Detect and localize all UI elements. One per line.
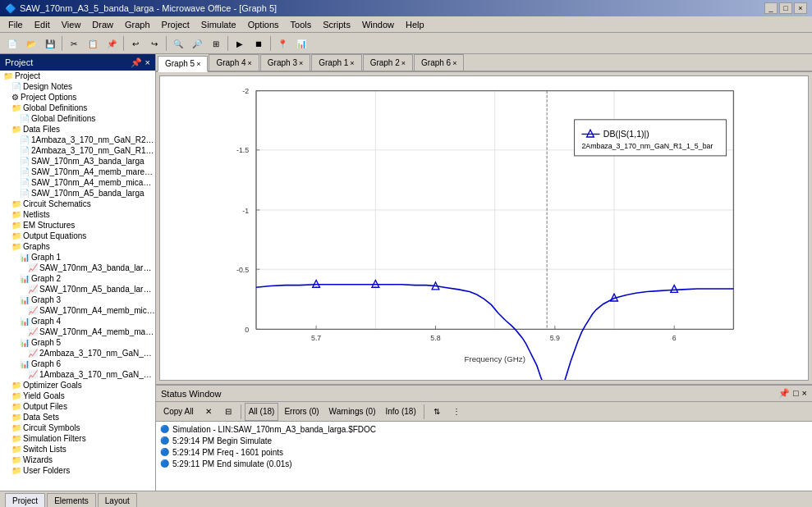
menu-draw[interactable]: Draw bbox=[87, 18, 118, 31]
tree-item[interactable]: 📁Data Files bbox=[0, 124, 155, 135]
status-pin-icon[interactable]: 📌 bbox=[778, 388, 790, 399]
tree-item[interactable]: 📊Graph 5 bbox=[0, 337, 155, 348]
tree-item[interactable]: 📊Graph 6 bbox=[0, 359, 155, 369]
redo-btn[interactable]: ↪ bbox=[145, 34, 163, 53]
tree-item[interactable]: 📁Circuit Schematics bbox=[0, 199, 155, 209]
tree-item[interactable]: 📄SAW_170nm_A5_banda_larga bbox=[0, 188, 155, 199]
menu-file[interactable]: File bbox=[3, 18, 28, 31]
tree-item[interactable]: 📄Design Notes bbox=[0, 81, 155, 92]
tree-item[interactable]: 📊Graph 3 bbox=[0, 295, 155, 305]
undo-btn[interactable]: ↩ bbox=[126, 34, 145, 53]
status-float-icon[interactable]: □ bbox=[793, 388, 799, 399]
cut-btn[interactable]: ✂ bbox=[65, 34, 83, 53]
marker-btn[interactable]: 📍 bbox=[273, 34, 291, 53]
tab-close-icon[interactable]: × bbox=[196, 60, 200, 68]
menu-view[interactable]: View bbox=[57, 18, 86, 31]
close-btn[interactable]: × bbox=[794, 2, 807, 14]
new-btn[interactable]: 📄 bbox=[3, 34, 21, 53]
layout-nav-btn[interactable]: Layout bbox=[98, 493, 137, 508]
copy-btn[interactable]: 📋 bbox=[84, 34, 102, 53]
restore-btn[interactable]: □ bbox=[779, 2, 792, 14]
tree-item[interactable]: 📈1Ambaza_3_170_nm_GaN_R2_1... bbox=[0, 369, 155, 380]
tree-item[interactable]: 📁Output Files bbox=[0, 401, 155, 412]
project-nav-btn[interactable]: Project bbox=[5, 493, 45, 508]
tree-item[interactable]: 📁Simulation Filters bbox=[0, 433, 155, 444]
copy-all-btn[interactable]: Copy All bbox=[159, 403, 198, 421]
tree-item[interactable]: 📈SAW_170nm_A4_memb_mare_b bbox=[0, 327, 155, 337]
tree-item[interactable]: 📈2Ambaza_3_170_nm_GaN_R1_1... bbox=[0, 348, 155, 359]
menu-help[interactable]: Help bbox=[401, 18, 429, 31]
tree-item[interactable]: 📄SAW_170nm_A4_memb_mica_band bbox=[0, 177, 155, 188]
tree-item[interactable]: 📁Switch Lists bbox=[0, 444, 155, 454]
minimize-btn[interactable]: _ bbox=[764, 2, 778, 14]
menu-simulate[interactable]: Simulate bbox=[196, 18, 241, 31]
tree-item[interactable]: 📁Yield Goals bbox=[0, 391, 155, 401]
tree-item[interactable]: 📁Data Sets bbox=[0, 412, 155, 422]
save-btn[interactable]: 💾 bbox=[41, 34, 59, 53]
panel-close-icon[interactable]: × bbox=[145, 57, 150, 68]
tree-item[interactable]: 📊Graph 2 bbox=[0, 273, 155, 284]
tree-item[interactable]: 📊Graph 4 bbox=[0, 316, 155, 327]
info-filter-btn[interactable]: Info (18) bbox=[381, 403, 420, 421]
zoom-fit-btn[interactable]: ⊞ bbox=[207, 34, 225, 53]
menu-tools[interactable]: Tools bbox=[286, 18, 317, 31]
tree-item[interactable]: 📈SAW_170nm_A3_banda_larga:D■ bbox=[0, 263, 155, 273]
graph-btn[interactable]: 📊 bbox=[292, 34, 310, 53]
tree-item[interactable]: 📁Optimizer Goals bbox=[0, 380, 155, 391]
elements-nav-btn[interactable]: Elements bbox=[47, 493, 96, 508]
tree-item[interactable]: 📁Wizards bbox=[0, 454, 155, 465]
tree-item[interactable]: 📁Output Equations bbox=[0, 231, 155, 241]
menu-project[interactable]: Project bbox=[157, 18, 195, 31]
tab-graph-4[interactable]: Graph 4× bbox=[209, 54, 259, 71]
all-filter-btn[interactable]: All (18) bbox=[245, 403, 279, 421]
tab-graph-6[interactable]: Graph 6× bbox=[414, 54, 464, 71]
simulate-btn[interactable]: ▶ bbox=[231, 34, 249, 53]
open-btn[interactable]: 📂 bbox=[22, 34, 40, 53]
menu-scripts[interactable]: Scripts bbox=[318, 18, 356, 31]
tree-item[interactable]: 📄SAW_170nm_A3_banda_larga bbox=[0, 156, 155, 167]
tab-graph-2[interactable]: Graph 2× bbox=[363, 54, 413, 71]
menu-window[interactable]: Window bbox=[357, 18, 399, 31]
clear-btn[interactable]: ✕ bbox=[200, 403, 218, 421]
tab-graph-3[interactable]: Graph 3× bbox=[260, 54, 310, 71]
tab-close-icon[interactable]: × bbox=[248, 59, 252, 67]
tree-item[interactable]: 📈SAW_170nm_A4_memb_mica_b bbox=[0, 305, 155, 316]
menu-graph[interactable]: Graph bbox=[120, 18, 155, 31]
tab-close-icon[interactable]: × bbox=[350, 59, 354, 67]
paste-btn[interactable]: 📌 bbox=[103, 34, 121, 53]
zoom-out-btn[interactable]: 🔎 bbox=[188, 34, 206, 53]
svg-text:5.9: 5.9 bbox=[550, 334, 560, 342]
tree-item[interactable]: 📁EM Structures bbox=[0, 220, 155, 231]
tree-item[interactable]: 📁Project bbox=[0, 71, 155, 81]
tree-item[interactable]: 📄2Ambaza_3_170_nm_GaN_R1_1_5_bar bbox=[0, 145, 155, 156]
tree-item[interactable]: 📄1Ambaza_3_170_nm_GaN_R2_1_bar bbox=[0, 135, 155, 145]
tree-item[interactable]: 📁Graphs bbox=[0, 241, 155, 252]
tree-item[interactable]: 📈SAW_170nm_A5_banda_larga:D■ bbox=[0, 284, 155, 295]
tree-icon: 📁 bbox=[11, 466, 21, 475]
tree-item[interactable]: 📁Circuit Symbols bbox=[0, 422, 155, 433]
warnings-filter-btn[interactable]: Warnings (0) bbox=[325, 403, 380, 421]
tab-close-icon[interactable]: × bbox=[299, 59, 303, 67]
zoom-in-btn[interactable]: 🔍 bbox=[169, 34, 187, 53]
tab-close-icon[interactable]: × bbox=[401, 59, 406, 67]
filter-btn[interactable]: ⊟ bbox=[219, 403, 237, 421]
tab-graph-5[interactable]: Graph 5× bbox=[158, 56, 208, 72]
sort-btn[interactable]: ⇅ bbox=[428, 403, 446, 421]
tab-graph-1[interactable]: Graph 1× bbox=[311, 54, 361, 71]
stop-btn[interactable]: ⏹ bbox=[250, 34, 268, 53]
menu-options[interactable]: Options bbox=[243, 18, 284, 31]
tree-item[interactable]: 📄SAW_170nm_A4_memb_mare_band bbox=[0, 167, 155, 177]
tree-item[interactable]: 📁Netlists bbox=[0, 209, 155, 220]
tree-item[interactable]: 📄Global Definitions bbox=[0, 113, 155, 124]
tree-item[interactable]: 📊Graph 1 bbox=[0, 252, 155, 263]
panel-pin-icon[interactable]: 📌 bbox=[131, 57, 142, 68]
tab-close-icon[interactable]: × bbox=[452, 59, 456, 67]
status-close-icon[interactable]: × bbox=[802, 388, 807, 399]
options-btn[interactable]: ⋮ bbox=[447, 403, 466, 421]
tree-item[interactable]: ⚙Project Options bbox=[0, 92, 155, 103]
menu-edit[interactable]: Edit bbox=[30, 18, 55, 31]
tree-item[interactable]: 📁Global Definitions bbox=[0, 103, 155, 113]
errors-filter-btn[interactable]: Errors (0) bbox=[280, 403, 323, 421]
tree-item[interactable]: 📁User Folders bbox=[0, 465, 155, 476]
msg-2: 5:29:11 PM End simulate (0.01s) bbox=[172, 459, 292, 468]
